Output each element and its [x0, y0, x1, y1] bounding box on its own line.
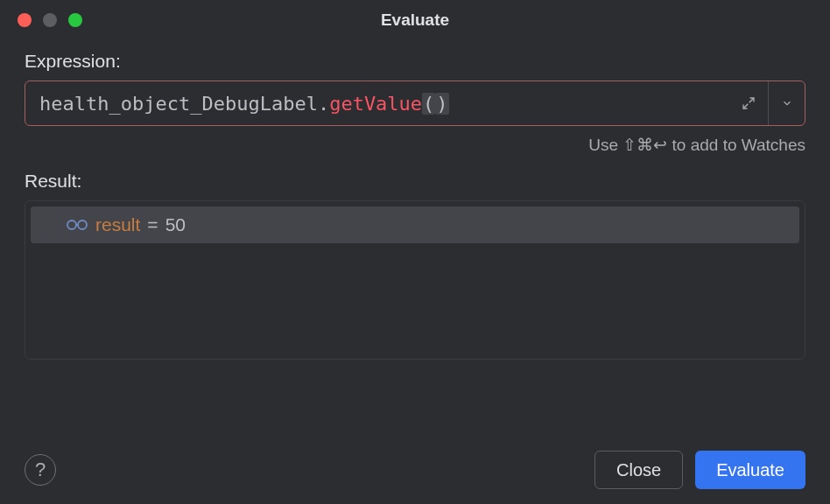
expression-token-close-paren: ) — [435, 93, 448, 115]
result-variable-name: result — [95, 214, 140, 235]
expression-token-identifier: health_object_DebugLabel — [39, 93, 318, 115]
result-row[interactable]: result = 50 — [31, 206, 799, 243]
result-value: 50 — [165, 214, 186, 235]
expression-token-dot: . — [318, 93, 329, 115]
close-button-label: Close — [616, 460, 661, 480]
expand-button[interactable] — [729, 81, 768, 125]
evaluate-button[interactable]: Evaluate — [695, 451, 805, 489]
chevron-down-icon — [781, 97, 793, 109]
expression-token-open-paren: ( — [422, 93, 435, 115]
window-minimize-button[interactable] — [43, 13, 57, 27]
svg-point-1 — [78, 220, 87, 229]
expand-icon — [741, 95, 756, 111]
evaluate-button-label: Evaluate — [716, 460, 784, 480]
help-button[interactable]: ? — [25, 454, 56, 486]
result-panel: result = 50 — [25, 200, 805, 360]
window-zoom-button[interactable] — [68, 13, 82, 27]
content: Expression: health_object_DebugLabel.get… — [0, 40, 830, 360]
result-equals: = — [147, 214, 158, 235]
traffic-lights — [18, 13, 82, 27]
watches-hint: Use ⇧⌘↩ to add to Watches — [25, 135, 805, 155]
expression-actions — [729, 81, 805, 125]
expression-input[interactable]: health_object_DebugLabel.getValue() — [25, 81, 729, 125]
svg-point-0 — [67, 220, 76, 229]
window-close-button[interactable] — [18, 13, 32, 27]
expression-label: Expression: — [25, 51, 805, 72]
footer: ? Close Evaluate — [0, 436, 830, 504]
expression-token-method: getValue — [329, 93, 422, 115]
help-icon: ? — [35, 458, 46, 481]
watch-icon — [66, 218, 88, 232]
window-title: Evaluate — [381, 10, 449, 30]
close-button[interactable]: Close — [594, 451, 683, 489]
history-dropdown-button[interactable] — [768, 81, 805, 125]
titlebar: Evaluate — [0, 0, 830, 40]
expression-field[interactable]: health_object_DebugLabel.getValue() — [25, 80, 805, 126]
result-label: Result: — [25, 171, 805, 192]
